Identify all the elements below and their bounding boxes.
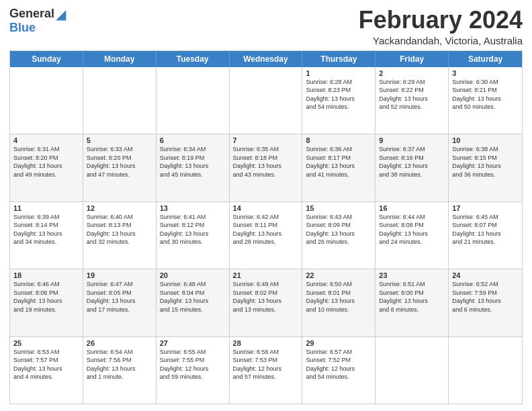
calendar-cell xyxy=(157,67,230,134)
day-info: Sunrise: 6:54 AM Sunset: 7:56 PM Dayligh… xyxy=(87,348,152,381)
title-block: February 2024 Yackandandah, Victoria, Au… xyxy=(359,7,523,46)
weekday-header-friday: Friday xyxy=(375,51,449,67)
day-info: Sunrise: 6:43 AM Sunset: 8:09 PM Dayligh… xyxy=(306,213,371,246)
day-number: 23 xyxy=(379,271,445,279)
day-info: Sunrise: 6:33 AM Sunset: 8:20 PM Dayligh… xyxy=(87,145,152,179)
weekday-header-thursday: Thursday xyxy=(302,51,375,67)
calendar-row-3: 18Sunrise: 6:46 AM Sunset: 8:06 PM Dayli… xyxy=(10,269,522,336)
calendar-row-1: 4Sunrise: 6:31 AM Sunset: 8:20 PM Daylig… xyxy=(10,134,522,201)
day-info: Sunrise: 6:35 AM Sunset: 8:18 PM Dayligh… xyxy=(233,145,299,179)
day-info: Sunrise: 6:28 AM Sunset: 8:23 PM Dayligh… xyxy=(306,78,371,111)
day-number: 6 xyxy=(160,136,226,144)
day-number: 28 xyxy=(233,339,299,347)
day-info: Sunrise: 6:49 AM Sunset: 8:02 PM Dayligh… xyxy=(233,280,299,314)
day-number: 29 xyxy=(306,339,371,347)
day-info: Sunrise: 6:30 AM Sunset: 8:21 PM Dayligh… xyxy=(452,78,519,111)
day-number: 18 xyxy=(13,271,79,279)
calendar-cell: 23Sunrise: 6:51 AM Sunset: 8:00 PM Dayli… xyxy=(375,269,449,336)
day-info: Sunrise: 6:45 AM Sunset: 8:07 PM Dayligh… xyxy=(452,213,519,246)
calendar-cell: 10Sunrise: 6:38 AM Sunset: 8:15 PM Dayli… xyxy=(449,134,522,201)
day-number: 11 xyxy=(13,204,79,212)
day-number: 9 xyxy=(379,136,445,144)
day-info: Sunrise: 6:56 AM Sunset: 7:53 PM Dayligh… xyxy=(233,348,299,381)
calendar-cell: 28Sunrise: 6:56 AM Sunset: 7:53 PM Dayli… xyxy=(230,337,303,404)
day-number: 19 xyxy=(87,271,152,279)
calendar-header: SundayMondayTuesdayWednesdayThursdayFrid… xyxy=(10,51,522,67)
day-info: Sunrise: 6:47 AM Sunset: 8:05 PM Dayligh… xyxy=(87,280,152,314)
calendar-cell: 8Sunrise: 6:36 AM Sunset: 8:17 PM Daylig… xyxy=(302,134,375,201)
day-number: 12 xyxy=(87,204,152,212)
calendar-cell: 5Sunrise: 6:33 AM Sunset: 8:20 PM Daylig… xyxy=(83,134,157,201)
day-number: 14 xyxy=(233,204,299,212)
calendar: SundayMondayTuesdayWednesdayThursdayFrid… xyxy=(9,50,523,404)
day-info: Sunrise: 6:36 AM Sunset: 8:17 PM Dayligh… xyxy=(306,145,371,179)
month-year-title: February 2024 xyxy=(359,7,523,34)
day-number: 25 xyxy=(13,339,79,347)
day-info: Sunrise: 6:39 AM Sunset: 8:14 PM Dayligh… xyxy=(13,213,79,246)
day-info: Sunrise: 6:50 AM Sunset: 8:01 PM Dayligh… xyxy=(306,280,371,314)
calendar-cell: 13Sunrise: 6:41 AM Sunset: 8:12 PM Dayli… xyxy=(157,202,230,269)
calendar-cell: 16Sunrise: 6:44 AM Sunset: 8:08 PM Dayli… xyxy=(375,202,449,269)
weekday-header-wednesday: Wednesday xyxy=(230,51,303,67)
calendar-cell: 26Sunrise: 6:54 AM Sunset: 7:56 PM Dayli… xyxy=(83,337,157,404)
calendar-cell: 19Sunrise: 6:47 AM Sunset: 8:05 PM Dayli… xyxy=(83,269,157,336)
day-number: 21 xyxy=(233,271,299,279)
day-info: Sunrise: 6:31 AM Sunset: 8:20 PM Dayligh… xyxy=(13,145,79,179)
day-number: 16 xyxy=(379,204,445,212)
logo-blue-text: Blue xyxy=(9,21,36,34)
day-info: Sunrise: 6:53 AM Sunset: 7:57 PM Dayligh… xyxy=(13,348,79,381)
calendar-cell xyxy=(449,337,522,404)
day-info: Sunrise: 6:29 AM Sunset: 8:22 PM Dayligh… xyxy=(379,78,445,111)
day-number: 3 xyxy=(452,69,519,77)
calendar-cell xyxy=(375,337,449,404)
calendar-cell: 29Sunrise: 6:57 AM Sunset: 7:52 PM Dayli… xyxy=(302,337,375,404)
calendar-cell: 12Sunrise: 6:40 AM Sunset: 8:13 PM Dayli… xyxy=(83,202,157,269)
day-info: Sunrise: 6:42 AM Sunset: 8:11 PM Dayligh… xyxy=(233,213,299,246)
header: General ◢ Blue February 2024 Yackandanda… xyxy=(9,7,523,46)
day-number: 8 xyxy=(306,136,371,144)
day-number: 2 xyxy=(379,69,445,77)
day-info: Sunrise: 6:51 AM Sunset: 8:00 PM Dayligh… xyxy=(379,280,445,314)
day-number: 26 xyxy=(87,339,152,347)
day-number: 13 xyxy=(160,204,226,212)
calendar-cell: 2Sunrise: 6:29 AM Sunset: 8:22 PM Daylig… xyxy=(375,67,449,134)
calendar-body: 1Sunrise: 6:28 AM Sunset: 8:23 PM Daylig… xyxy=(10,67,522,404)
calendar-cell: 6Sunrise: 6:34 AM Sunset: 8:19 PM Daylig… xyxy=(157,134,230,201)
day-number: 5 xyxy=(87,136,152,144)
calendar-cell: 11Sunrise: 6:39 AM Sunset: 8:14 PM Dayli… xyxy=(10,202,83,269)
day-number: 7 xyxy=(233,136,299,144)
calendar-cell xyxy=(83,67,157,134)
calendar-row-2: 11Sunrise: 6:39 AM Sunset: 8:14 PM Dayli… xyxy=(10,201,522,269)
calendar-cell: 15Sunrise: 6:43 AM Sunset: 8:09 PM Dayli… xyxy=(302,202,375,269)
day-info: Sunrise: 6:57 AM Sunset: 7:52 PM Dayligh… xyxy=(306,348,371,381)
logo-general-text: General xyxy=(9,7,54,21)
day-number: 27 xyxy=(160,339,226,347)
calendar-cell: 20Sunrise: 6:48 AM Sunset: 8:04 PM Dayli… xyxy=(157,269,230,336)
calendar-cell: 17Sunrise: 6:45 AM Sunset: 8:07 PM Dayli… xyxy=(449,202,522,269)
day-info: Sunrise: 6:55 AM Sunset: 7:55 PM Dayligh… xyxy=(160,348,226,381)
calendar-row-0: 1Sunrise: 6:28 AM Sunset: 8:23 PM Daylig… xyxy=(10,67,522,134)
day-number: 4 xyxy=(13,136,79,144)
location-subtitle: Yackandandah, Victoria, Australia xyxy=(359,35,523,46)
day-info: Sunrise: 6:37 AM Sunset: 8:16 PM Dayligh… xyxy=(379,145,445,179)
calendar-cell: 3Sunrise: 6:30 AM Sunset: 8:21 PM Daylig… xyxy=(449,67,522,134)
calendar-cell: 9Sunrise: 6:37 AM Sunset: 8:16 PM Daylig… xyxy=(375,134,449,201)
day-info: Sunrise: 6:34 AM Sunset: 8:19 PM Dayligh… xyxy=(160,145,226,179)
day-number: 24 xyxy=(452,271,519,279)
calendar-cell: 21Sunrise: 6:49 AM Sunset: 8:02 PM Dayli… xyxy=(230,269,303,336)
day-info: Sunrise: 6:38 AM Sunset: 8:15 PM Dayligh… xyxy=(452,145,519,179)
calendar-cell: 18Sunrise: 6:46 AM Sunset: 8:06 PM Dayli… xyxy=(10,269,83,336)
day-info: Sunrise: 6:40 AM Sunset: 8:13 PM Dayligh… xyxy=(87,213,152,246)
calendar-cell: 24Sunrise: 6:52 AM Sunset: 7:59 PM Dayli… xyxy=(449,269,522,336)
weekday-header-tuesday: Tuesday xyxy=(157,51,230,67)
day-number: 17 xyxy=(452,204,519,212)
day-number: 20 xyxy=(160,271,226,279)
weekday-header-saturday: Saturday xyxy=(449,51,522,67)
page: General ◢ Blue February 2024 Yackandanda… xyxy=(0,0,532,411)
day-info: Sunrise: 6:48 AM Sunset: 8:04 PM Dayligh… xyxy=(160,280,226,314)
calendar-cell xyxy=(230,67,303,134)
calendar-cell: 4Sunrise: 6:31 AM Sunset: 8:20 PM Daylig… xyxy=(10,134,83,201)
day-number: 10 xyxy=(452,136,519,144)
calendar-row-4: 25Sunrise: 6:53 AM Sunset: 7:57 PM Dayli… xyxy=(10,336,522,404)
calendar-cell: 14Sunrise: 6:42 AM Sunset: 8:11 PM Dayli… xyxy=(230,202,303,269)
